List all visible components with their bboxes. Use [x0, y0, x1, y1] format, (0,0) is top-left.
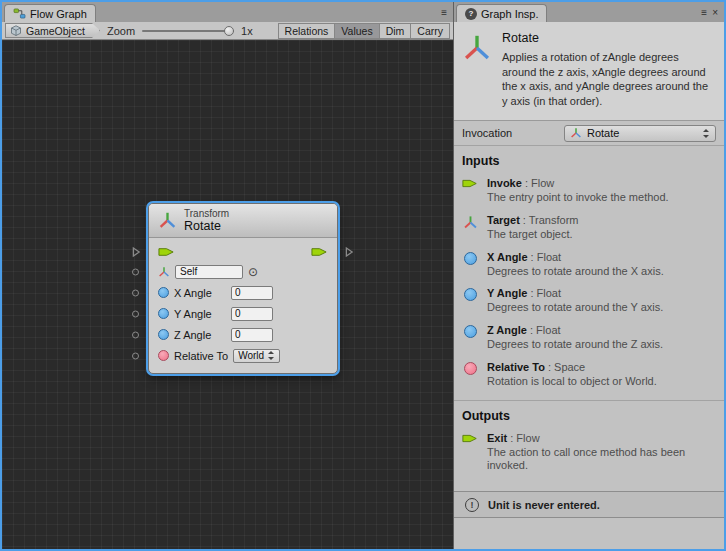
- float-icon: [462, 252, 478, 265]
- z-angle-input[interactable]: [231, 328, 273, 342]
- inspector-tab-strip: ? Graph Insp. ≡ ×: [454, 2, 724, 22]
- relative-to-dropdown[interactable]: World: [233, 349, 280, 363]
- port-type: : Float: [527, 324, 561, 336]
- relations-button[interactable]: Relations: [278, 23, 336, 39]
- port-type: : Float: [527, 287, 561, 299]
- port-name: Exit: [487, 432, 507, 444]
- node-body: Self ⊙ X Angle Y Angle: [149, 238, 337, 373]
- values-button[interactable]: Values: [335, 23, 379, 39]
- invocation-label: Invocation: [462, 127, 512, 139]
- output-item-exit: Exit : Flow The action to call once meth…: [454, 428, 724, 479]
- space-icon: [462, 362, 478, 375]
- pane-menu-icon[interactable]: ≡: [441, 8, 447, 18]
- self-object-field[interactable]: Self: [175, 265, 243, 279]
- port-name: X Angle: [487, 251, 528, 263]
- port-type: : Flow: [507, 432, 539, 444]
- unit-title: Rotate: [502, 31, 716, 45]
- port-description: The action to call once method has been …: [487, 446, 716, 474]
- x-angle-label: X Angle: [174, 287, 226, 299]
- help-icon: ?: [465, 8, 477, 20]
- y-angle-row: Y Angle: [158, 305, 328, 322]
- y-angle-label: Y Angle: [174, 308, 226, 320]
- invoke-port-icon[interactable]: [158, 246, 175, 258]
- x-angle-input[interactable]: [231, 286, 273, 300]
- port-description: The entry point to invoke the method.: [487, 191, 669, 205]
- transform-rotate-node[interactable]: Transform Rotate: [148, 203, 338, 374]
- unit-info-text: Rotate Applies a rotation of zAngle degr…: [502, 31, 716, 108]
- tab-flow-graph[interactable]: Flow Graph: [4, 4, 96, 22]
- flow-graph-icon: [13, 8, 26, 19]
- node-header[interactable]: Transform Rotate: [149, 204, 337, 238]
- inputs-section-header: Inputs: [454, 146, 724, 173]
- breadcrumb-label: GameObject: [26, 25, 85, 37]
- dim-button[interactable]: Dim: [380, 23, 412, 39]
- close-icon[interactable]: ×: [712, 8, 718, 18]
- y-angle-input[interactable]: [231, 307, 273, 321]
- breadcrumb-gameobject[interactable]: GameObject: [5, 23, 100, 38]
- y-angle-port-icon[interactable]: [158, 308, 169, 319]
- port-type: : Transform: [520, 214, 579, 226]
- flow-graph-strip-icons: ≡: [441, 8, 451, 22]
- dropdown-arrows-icon: [268, 351, 275, 360]
- flow-icon: [462, 433, 478, 444]
- zoom-value: 1x: [241, 25, 253, 37]
- relative-to-value: World: [238, 350, 264, 361]
- target-connector[interactable]: [132, 268, 139, 275]
- invocation-dropdown[interactable]: Rotate: [564, 125, 716, 142]
- x-angle-port-icon[interactable]: [158, 287, 169, 298]
- x-angle-row: X Angle: [158, 284, 328, 301]
- tab-graph-inspector[interactable]: ? Graph Insp.: [456, 4, 547, 22]
- input-item-z-angle: Z Angle : Float Degrees to rotate around…: [454, 320, 724, 357]
- zoom-slider-knob[interactable]: [224, 26, 234, 36]
- flow-graph-tab-strip: Flow Graph ≡: [2, 2, 453, 22]
- zoom-slider-track: [142, 30, 234, 32]
- port-type: : Flow: [522, 177, 554, 189]
- unity-editor-window: Flow Graph ≡ GameObject Zoom 1x Relation…: [0, 0, 726, 551]
- port-name: Y Angle: [487, 287, 527, 299]
- port-name: Relative To: [487, 361, 545, 373]
- pane-menu-icon[interactable]: ≡: [701, 8, 707, 18]
- port-type: : Space: [545, 361, 585, 373]
- target-row: Self ⊙: [158, 263, 328, 280]
- relative-to-port-icon[interactable]: [158, 350, 169, 361]
- zoom-label: Zoom: [107, 25, 135, 37]
- z-angle-connector[interactable]: [132, 331, 139, 338]
- object-picker-icon[interactable]: ⊙: [248, 266, 258, 278]
- transform-icon: [570, 127, 582, 139]
- x-angle-connector[interactable]: [132, 289, 139, 296]
- carry-button[interactable]: Carry: [411, 23, 450, 39]
- relative-to-connector[interactable]: [132, 352, 139, 359]
- relative-to-row: Relative To World: [158, 347, 328, 364]
- float-icon: [462, 288, 478, 301]
- flow-graph-panel: Flow Graph ≡ GameObject Zoom 1x Relation…: [2, 2, 454, 549]
- unit-description: Applies a rotation of zAngle degrees aro…: [502, 50, 716, 108]
- exit-port-icon[interactable]: [311, 246, 328, 258]
- graph-canvas[interactable]: Transform Rotate: [2, 40, 453, 549]
- flow-icon: [462, 178, 478, 189]
- node-subtitle: Transform: [184, 208, 229, 219]
- y-angle-connector[interactable]: [132, 310, 139, 317]
- tab-graph-inspector-label: Graph Insp.: [481, 8, 538, 20]
- input-item-invoke: Invoke : Flow The entry point to invoke …: [454, 173, 724, 210]
- relative-to-label: Relative To: [174, 350, 228, 362]
- toolbar-toggle-buttons: Relations Values Dim Carry: [278, 23, 450, 39]
- port-description: Degrees to rotate around the X axis.: [487, 265, 664, 279]
- z-angle-port-icon[interactable]: [158, 329, 169, 340]
- flow-out-connector[interactable]: [345, 246, 354, 257]
- port-name: Z Angle: [487, 324, 527, 336]
- input-item-relative-to: Relative To : Space Rotation is local to…: [454, 357, 724, 394]
- target-port-transform-icon[interactable]: [158, 266, 170, 278]
- node-title: Rotate: [184, 219, 229, 233]
- graph-inspector-panel: ? Graph Insp. ≡ × Rotate Applies a rotat…: [454, 2, 724, 549]
- port-type: : Float: [528, 251, 562, 263]
- zoom-slider[interactable]: [142, 24, 234, 38]
- z-angle-row: Z Angle: [158, 326, 328, 343]
- gameobject-cube-icon: [10, 25, 22, 37]
- port-description: The target object.: [487, 228, 579, 242]
- port-description: Degrees to rotate around the Z axis.: [487, 338, 663, 352]
- port-description: Degrees to rotate around the Y axis.: [487, 301, 663, 315]
- transform-icon: [158, 211, 177, 230]
- input-item-y-angle: Y Angle : Float Degrees to rotate around…: [454, 283, 724, 320]
- inspector-strip-icons: ≡ ×: [701, 8, 722, 22]
- flow-in-connector[interactable]: [132, 246, 141, 257]
